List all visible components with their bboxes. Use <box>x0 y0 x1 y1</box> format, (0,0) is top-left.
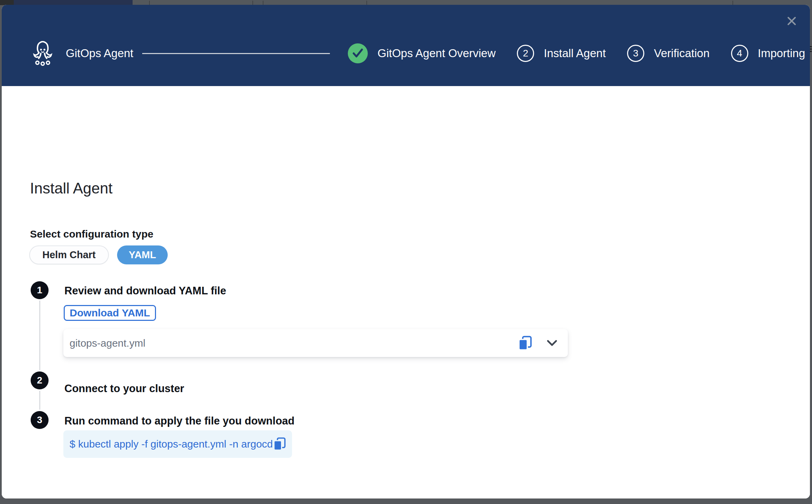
file-card-actions <box>518 335 558 351</box>
dialog-title: GitOps Agent <box>66 47 133 60</box>
wizard-body: Install Agent Select configuration type … <box>2 86 810 498</box>
yaml-pill[interactable]: YAML <box>117 245 168 264</box>
step-3-title: Run command to apply the file you downlo… <box>64 415 294 427</box>
kubectl-command-box: $ kubectl apply -f gitops-agent.yml -n a… <box>63 430 292 458</box>
stepper-label: GitOps Agent Overview <box>377 47 496 60</box>
kubectl-command-text: $ kubectl apply -f gitops-agent.yml -n a… <box>70 438 273 450</box>
x-icon <box>786 15 798 27</box>
header-divider <box>142 53 330 54</box>
helm-chart-pill[interactable]: Helm Chart <box>29 245 109 264</box>
step-3-badge: 3 <box>31 411 49 429</box>
page-title: Install Agent <box>30 180 113 197</box>
copy-yaml-button[interactable] <box>518 335 533 351</box>
step-1-badge: 1 <box>31 281 49 299</box>
config-type-label: Select configuration type <box>30 228 153 240</box>
step-connector <box>39 391 40 410</box>
stepper-item-overview[interactable]: GitOps Agent Overview <box>348 43 496 63</box>
argo-squid-icon <box>33 40 53 67</box>
copy-command-button[interactable] <box>273 437 287 451</box>
wizard-stepper: GitOps Agent Overview 2 Install Agent 3 … <box>348 43 805 63</box>
step-connector <box>39 301 40 370</box>
stepper-item-verification[interactable]: 3 Verification <box>627 45 709 62</box>
step-2-title: Connect to your cluster <box>64 382 184 395</box>
wizard-header: GitOps Agent GitOps Agent Overview 2 Ins… <box>2 5 810 86</box>
stepper-label: Verification <box>654 47 709 60</box>
gitops-agent-wizard-dialog: GitOps Agent GitOps Agent Overview 2 Ins… <box>2 5 810 498</box>
stepper-label: Install Agent <box>544 47 606 60</box>
step-number-badge: 4 <box>731 45 748 62</box>
stepper-item-importing[interactable]: 4 Importing <box>731 45 805 62</box>
step-number-badge: 2 <box>517 45 534 62</box>
background-edge-artifact <box>810 46 812 47</box>
background-tab-strip <box>0 0 812 5</box>
download-yaml-button[interactable]: Download YAML <box>64 305 156 321</box>
copy-icon <box>273 437 287 451</box>
copy-icon <box>518 335 533 351</box>
step-number-badge: 3 <box>627 45 644 62</box>
close-button[interactable] <box>785 14 798 28</box>
step-complete-badge <box>348 43 368 63</box>
background-corner <box>0 0 14 5</box>
step-1-title: Review and download YAML file <box>64 285 226 297</box>
stepper-label: Importing <box>758 47 805 60</box>
step-2-badge: 2 <box>31 371 49 389</box>
stepper-item-install-agent[interactable]: 2 Install Agent <box>517 45 606 62</box>
background-active-tab <box>14 0 133 5</box>
config-type-toggle: Helm Chart YAML <box>29 245 168 264</box>
check-icon <box>352 48 364 59</box>
expand-yaml-button[interactable] <box>546 339 558 347</box>
yaml-file-card: gitops-agent.yml <box>63 329 568 357</box>
chevron-down-icon <box>546 339 558 347</box>
yaml-file-name: gitops-agent.yml <box>70 337 518 349</box>
